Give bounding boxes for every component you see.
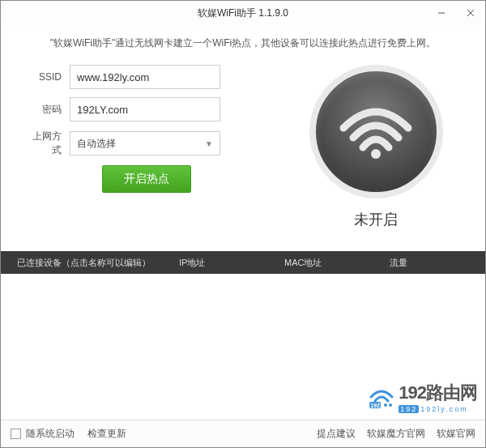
password-label: 密码 [25, 103, 70, 117]
ruanmei-link[interactable]: 软媒官网 [437, 427, 475, 441]
status-column: 未开启 [283, 65, 469, 251]
th-device: 已连接设备（点击名称可以编辑） [1, 257, 179, 269]
minimize-button[interactable] [427, 1, 456, 25]
svg-point-3 [371, 149, 381, 159]
th-mac: MAC地址 [284, 257, 390, 269]
password-input[interactable] [70, 97, 220, 122]
wifi-icon [339, 104, 412, 160]
check-update-link[interactable]: 检查更新 [87, 427, 126, 441]
check-update-label: 检查更新 [87, 427, 126, 441]
form-column: SSID 密码 上网方式 自动选择 ▼ 开启热点 [25, 65, 283, 251]
th-ip: IP地址 [179, 257, 284, 269]
svg-text:192: 192 [370, 403, 380, 408]
autostart-checkbox[interactable]: 随系统启动 [11, 427, 75, 441]
ssid-input[interactable] [70, 65, 220, 89]
svg-point-7 [389, 403, 392, 407]
wifi-status-circle [309, 65, 443, 198]
password-row: 密码 [25, 97, 283, 122]
watermark-brand: 192路由网 [399, 382, 477, 403]
window-title: 软媒WiFi助手 1.1.9.0 [198, 6, 288, 20]
table-header: 已连接设备（点击名称可以编辑） IP地址 MAC地址 流量 [1, 251, 485, 274]
connection-label: 上网方式 [25, 130, 70, 157]
connection-value: 自动选择 [77, 137, 116, 151]
suggest-link[interactable]: 提点建议 [317, 427, 356, 441]
th-traffic: 流量 [390, 257, 471, 269]
connection-row: 上网方式 自动选择 ▼ [25, 130, 283, 157]
minimize-icon [437, 9, 446, 17]
checkbox-icon [11, 429, 21, 439]
title-bar: 软媒WiFi助手 1.1.9.0 [1, 1, 485, 25]
ssid-label: SSID [25, 71, 70, 83]
ssid-row: SSID [25, 65, 283, 89]
svg-point-6 [384, 403, 387, 407]
window-controls [427, 1, 485, 25]
main-panel: SSID 密码 上网方式 自动选择 ▼ 开启热点 未开启 [1, 65, 485, 251]
description-text: "软媒WiFi助手"通过无线网卡建立一个WiFi热点，其他设备可以连接此热点进行… [1, 25, 485, 65]
close-icon [467, 9, 475, 17]
connection-select[interactable]: 自动选择 ▼ [70, 131, 220, 156]
start-hotspot-button[interactable]: 开启热点 [102, 165, 191, 193]
chevron-down-icon: ▼ [205, 139, 213, 148]
watermark: 192 192路由网 192192ly.com [368, 381, 477, 413]
footer-links: 提点建议 软媒魔方官网 软媒官网 [317, 427, 475, 441]
footer: 随系统启动 检查更新 提点建议 软媒魔方官网 软媒官网 [1, 420, 485, 447]
close-button[interactable] [456, 1, 485, 25]
status-text: 未开启 [354, 210, 398, 229]
autostart-label: 随系统启动 [26, 427, 75, 441]
start-button-label: 开启热点 [124, 172, 169, 186]
mofang-link[interactable]: 软媒魔方官网 [367, 427, 425, 441]
watermark-url: 192192ly.com [399, 405, 477, 413]
wifi-logo-icon: 192 [368, 386, 395, 408]
